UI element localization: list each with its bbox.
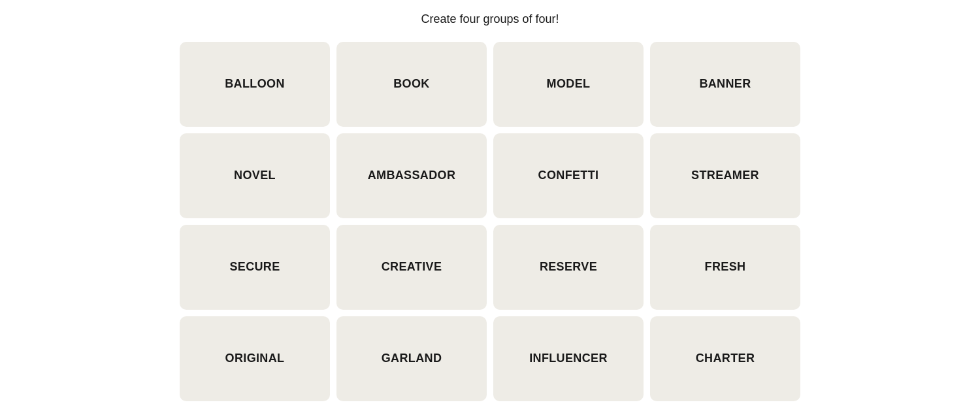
tile-original[interactable]: ORIGINAL [180,316,330,401]
tile-label-book: BOOK [388,72,434,96]
tile-label-original: ORIGINAL [220,346,290,371]
tile-garland[interactable]: GARLAND [336,316,487,401]
tile-label-model: MODEL [542,72,596,96]
tile-book[interactable]: BOOK [336,42,487,127]
tile-charter[interactable]: CHARTER [650,316,800,401]
tile-influencer[interactable]: INFLUENCER [493,316,644,401]
word-grid: BALLOONBOOKMODELBANNERNOVELAMBASSADORCON… [180,42,800,401]
tile-ambassador[interactable]: AMBASSADOR [336,133,487,218]
tile-label-creative: CREATIVE [376,255,448,279]
tile-label-garland: GARLAND [376,346,448,371]
tile-label-streamer: STREAMER [686,163,764,188]
tile-secure[interactable]: SECURE [180,225,330,310]
tile-label-secure: SECURE [224,255,285,279]
tile-label-balloon: BALLOON [220,72,290,96]
tile-model[interactable]: MODEL [493,42,644,127]
tile-confetti[interactable]: CONFETTI [493,133,644,218]
tile-label-fresh: FRESH [700,255,751,279]
tile-balloon[interactable]: BALLOON [180,42,330,127]
tile-banner[interactable]: BANNER [650,42,800,127]
tile-creative[interactable]: CREATIVE [336,225,487,310]
page-subtitle: Create four groups of four! [421,12,559,26]
tile-label-influencer: INFLUENCER [524,346,613,371]
tile-label-ambassador: AMBASSADOR [363,163,461,188]
tile-label-novel: NOVEL [229,163,281,188]
tile-label-charter: CHARTER [691,346,760,371]
tile-reserve[interactable]: RESERVE [493,225,644,310]
tile-label-banner: BANNER [694,72,756,96]
tile-streamer[interactable]: STREAMER [650,133,800,218]
tile-novel[interactable]: NOVEL [180,133,330,218]
tile-label-confetti: CONFETTI [533,163,604,188]
tile-label-reserve: RESERVE [534,255,602,279]
tile-fresh[interactable]: FRESH [650,225,800,310]
